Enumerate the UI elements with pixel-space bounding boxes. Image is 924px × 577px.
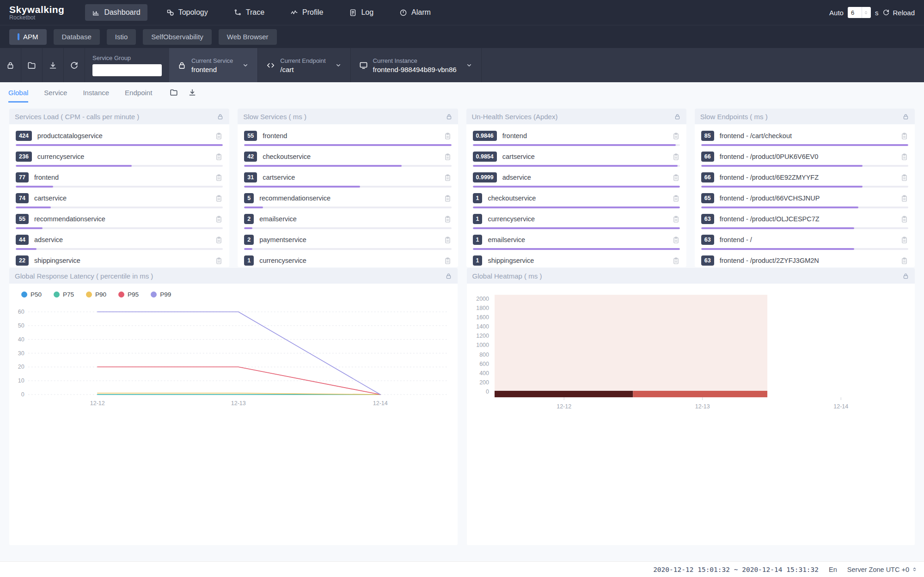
rank-item[interactable]: 2emailservice [244,214,451,229]
subnav-tab-database[interactable]: Database [54,29,100,45]
clipboard-icon[interactable] [215,194,223,202]
nav-item-topology[interactable]: Topology [159,4,215,21]
tab-service[interactable]: Service [44,82,67,103]
clipboard-icon[interactable] [900,236,908,244]
service-group-input[interactable] [92,64,162,76]
rank-item[interactable]: 0.9846frontend [473,131,680,146]
language-toggle[interactable]: En [829,566,837,573]
rank-item[interactable]: 63frontend - / [701,235,908,250]
clipboard-icon[interactable] [672,215,680,223]
rank-item[interactable]: 55frontend [244,131,451,146]
clipboard-icon[interactable] [900,215,908,223]
app-logo[interactable]: Skywalking Rocketbot [9,5,65,21]
rank-item[interactable]: 74cartservice [16,193,223,208]
legend-item-p50[interactable]: P50 [21,291,42,298]
rank-item[interactable]: 31cartservice [244,172,451,188]
rank-item[interactable]: 5recommendationservice [244,193,451,208]
nav-item-alarm[interactable]: Alarm [392,4,438,21]
clipboard-icon[interactable] [672,174,680,182]
clipboard-icon[interactable] [444,174,452,182]
rank-item[interactable]: 44adservice [16,235,223,250]
rank-item[interactable]: 424productcatalogservice [16,131,223,146]
selector-current-instance[interactable]: Current Instancefrontend-988494b89-vbn86 [351,48,482,82]
rank-item[interactable]: 66frontend - /product/6E92ZMYYFZ [701,172,908,188]
subnav-tab-apm[interactable]: APM [9,29,47,45]
clipboard-icon[interactable] [215,174,223,182]
zone-stepper[interactable] [912,566,918,572]
interval-stepper[interactable] [862,7,870,18]
clipboard-icon[interactable] [215,236,223,244]
time-range-picker[interactable]: 2020-12-12 15:01:32 ~ 2020-12-14 15:31:3… [653,566,819,573]
clipboard-icon[interactable] [215,215,223,223]
rank-item[interactable]: 1emailservice [473,235,680,250]
clipboard-icon[interactable] [672,132,680,140]
legend-item-p75[interactable]: P75 [54,291,74,298]
lock-icon[interactable] [445,273,452,279]
lock-icon[interactable] [674,113,681,120]
clipboard-icon[interactable] [215,153,223,161]
lock-button[interactable] [0,48,21,82]
folder-icon[interactable] [170,88,178,97]
auto-interval-input[interactable] [848,9,862,16]
rank-item[interactable]: 0.9854cartservice [473,152,680,167]
clipboard-icon[interactable] [900,194,908,202]
nav-item-trace[interactable]: Trace [227,4,271,21]
selector-current-endpoint[interactable]: Current Endpoint/cart [258,48,350,82]
lock-icon[interactable] [902,113,909,120]
reload-button[interactable]: Reload [882,9,915,17]
clipboard-icon[interactable] [672,153,680,161]
refresh-button[interactable] [64,48,85,82]
rank-item[interactable]: 77frontend [16,172,223,188]
rank-item[interactable]: 63frontend - /product/OLJCESPC7Z [701,214,908,229]
tab-global[interactable]: Global [8,82,28,103]
rank-item[interactable]: 0.9999adservice [473,172,680,188]
folder-button[interactable] [21,48,43,82]
rank-item[interactable]: 1currencyservice [244,255,451,267]
clipboard-icon[interactable] [215,132,223,140]
clipboard-icon[interactable] [672,194,680,202]
legend-item-p99[interactable]: P99 [151,291,171,298]
clipboard-icon[interactable] [444,236,452,244]
subnav-tab-web-browser[interactable]: Web Browser [219,29,277,45]
clipboard-icon[interactable] [672,257,680,265]
legend-item-p95[interactable]: P95 [118,291,139,298]
clipboard-icon[interactable] [444,257,452,265]
clipboard-icon[interactable] [672,236,680,244]
clipboard-icon[interactable] [444,132,452,140]
clipboard-icon[interactable] [444,194,452,202]
rank-item[interactable]: 85frontend - /cart/checkout [701,131,908,146]
clipboard-icon[interactable] [900,132,908,140]
rank-item[interactable]: 63frontend - /product/2ZYFJ3GM2N [701,255,908,267]
nav-item-log[interactable]: Log [342,4,380,21]
nav-item-dashboard[interactable]: Dashboard [85,4,147,21]
tab-endpoint[interactable]: Endpoint [125,82,152,103]
lock-icon[interactable] [446,113,453,120]
rank-item[interactable]: 66frontend - /product/0PUK6V6EV0 [701,152,908,167]
rank-item[interactable]: 2paymentservice [244,235,451,250]
nav-item-profile[interactable]: Profile [283,4,330,21]
clipboard-icon[interactable] [900,257,908,265]
subnav-tab-istio[interactable]: Istio [107,29,136,45]
selector-current-service[interactable]: Current Servicefrontend [169,48,258,82]
rank-item[interactable]: 42checkoutservice [244,152,451,167]
clipboard-icon[interactable] [444,153,452,161]
rank-item[interactable]: 1currencyservice [473,214,680,229]
lock-icon[interactable] [902,273,909,279]
rank-item[interactable]: 1checkoutservice [473,193,680,208]
clipboard-icon[interactable] [215,257,223,265]
clipboard-icon[interactable] [900,153,908,161]
rank-value-badge: 236 [16,152,32,162]
rank-item[interactable]: 22shippingservice [16,255,223,267]
lock-icon[interactable] [217,113,224,120]
clipboard-icon[interactable] [900,174,908,182]
download-button[interactable] [43,48,64,82]
rank-item[interactable]: 55recommendationservice [16,214,223,229]
tab-instance[interactable]: Instance [83,82,109,103]
download-icon[interactable] [188,88,196,97]
rank-item[interactable]: 236currencyservice [16,152,223,167]
rank-item[interactable]: 65frontend - /product/66VCHSJNUP [701,193,908,208]
subnav-tab-selfobservability[interactable]: SelfObservability [143,29,212,45]
rank-item[interactable]: 1shippingservice [473,255,680,267]
clipboard-icon[interactable] [444,215,452,223]
legend-item-p90[interactable]: P90 [86,291,106,298]
